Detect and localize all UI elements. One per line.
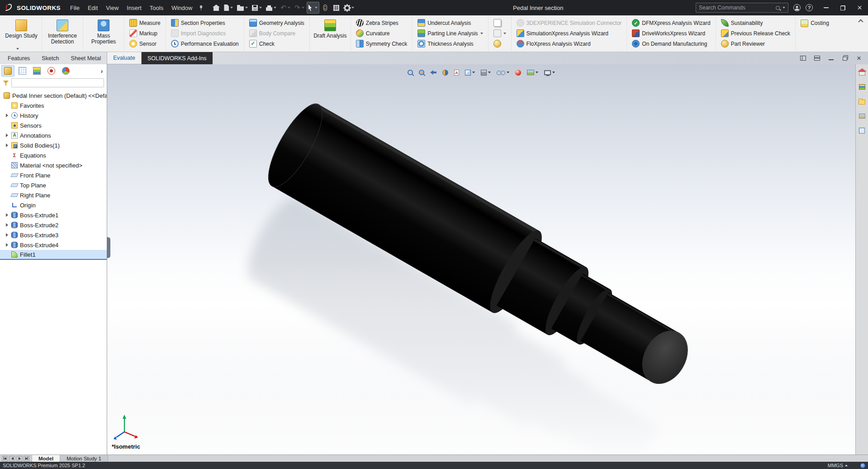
tree-item-history[interactable]: History: [0, 110, 107, 120]
dropdown-arrow-icon[interactable]: [488, 72, 491, 73]
tree-item-favorites[interactable]: Favorites: [0, 100, 107, 110]
menu-tools[interactable]: Tools: [146, 0, 167, 15]
sustainability-button[interactable]: Sustainability: [719, 18, 792, 28]
globe-icon[interactable]: [860, 463, 865, 468]
file-explorer-button[interactable]: [857, 96, 868, 107]
expand-arrow-icon[interactable]: [5, 144, 9, 147]
tree-item-solid-bodies-1[interactable]: Solid Bodies(1): [0, 140, 107, 150]
mass-properties-button[interactable]: Mass Properties: [86, 17, 121, 50]
dimxpert-manager-tab[interactable]: [45, 65, 58, 77]
view-orientation-button[interactable]: [463, 67, 477, 78]
print-button[interactable]: [264, 2, 278, 14]
driveworksxpress-wizard-button[interactable]: DriveWorksXpress Wizard: [630, 28, 712, 38]
property-manager-tab[interactable]: [16, 65, 29, 77]
dropdown-arrow-icon[interactable]: [288, 7, 290, 9]
tree-item-fillet1[interactable]: Fillet1: [0, 250, 107, 260]
floxpress-analysis-wizard-button[interactable]: FloXpress Analysis Wizard: [515, 38, 624, 49]
dropdown-arrow-icon[interactable]: [480, 33, 483, 34]
geometry-analysis-button[interactable]: Geometry Analysis: [247, 18, 306, 28]
tree-filter-input[interactable]: [11, 78, 104, 87]
help-icon[interactable]: [806, 4, 813, 11]
costing-button[interactable]: Costing: [799, 18, 831, 29]
pane-layout-alt-button[interactable]: [813, 55, 821, 62]
search-input[interactable]: [699, 5, 773, 11]
search-dropdown-icon[interactable]: [783, 7, 785, 9]
selection-filter-button[interactable]: [320, 2, 331, 14]
section-properties-button[interactable]: Section Properties: [169, 18, 241, 28]
dfmxpress-analysis-wizard-button[interactable]: DFMXpress Analysis Wizard: [630, 18, 712, 28]
tree-item-top-plane[interactable]: Top Plane: [0, 180, 107, 190]
hide-show-items-button[interactable]: [494, 67, 512, 78]
dropdown-arrow-icon[interactable]: [351, 7, 354, 9]
edit-appearance-button[interactable]: [513, 67, 523, 78]
tab-sheet-metal[interactable]: Sheet Metal: [65, 53, 107, 64]
new-document-button[interactable]: [222, 2, 235, 14]
options-button[interactable]: [342, 2, 356, 14]
zoom-to-area-button[interactable]: [417, 67, 427, 78]
scroll-tabs-right-button[interactable]: [16, 456, 23, 461]
tree-item-right-plane[interactable]: Right Plane: [0, 190, 107, 200]
tab-solidworks-add-ins[interactable]: SOLIDWORKS Add-Ins: [142, 52, 213, 64]
restore-document-button[interactable]: [841, 55, 849, 62]
dynamic-annotation-views-button[interactable]: [452, 67, 461, 78]
design-study-button[interactable]: Design Study: [4, 17, 38, 50]
view-settings-button[interactable]: [542, 67, 557, 78]
previous-view-button[interactable]: [428, 67, 439, 78]
save-button[interactable]: [250, 2, 264, 14]
part-3d-model[interactable]: [107, 64, 855, 455]
previous-release-check-button[interactable]: Previous Release Check: [719, 28, 792, 38]
minimize-document-button[interactable]: [827, 55, 835, 62]
feature-manager-tab[interactable]: [1, 65, 14, 77]
measure-button[interactable]: Measure: [128, 18, 162, 28]
compare-documents-button[interactable]: [492, 18, 508, 28]
group-expander-arrow[interactable]: [16, 48, 19, 50]
expand-arrow-icon[interactable]: [5, 233, 9, 237]
scroll-tabs-start-button[interactable]: [2, 456, 8, 461]
dropdown-arrow-icon[interactable]: [552, 72, 555, 73]
home-button[interactable]: [857, 67, 868, 78]
tree-item-boss-extrude1[interactable]: Boss-Extrude1: [0, 210, 107, 220]
curvature-button[interactable]: Curvature: [354, 28, 409, 38]
section-view-button[interactable]: [440, 67, 451, 78]
display-manager-tab[interactable]: [59, 65, 72, 77]
pin-icon[interactable]: [198, 5, 204, 11]
minimize-button[interactable]: [818, 0, 835, 15]
draft-analysis-button[interactable]: Draft Analysis: [313, 17, 347, 50]
pane-layout-button[interactable]: [799, 55, 806, 62]
view-palette-button[interactable]: [857, 110, 868, 121]
dropdown-arrow-icon[interactable]: [259, 7, 262, 9]
dropdown-arrow-icon[interactable]: [302, 7, 304, 9]
menu-window[interactable]: Window: [167, 0, 196, 15]
dropdown-arrow-icon[interactable]: [315, 7, 318, 9]
menu-view[interactable]: View: [102, 0, 123, 15]
expand-arrow-icon[interactable]: [5, 223, 9, 227]
display-style-button[interactable]: [479, 67, 493, 78]
apply-scene-button[interactable]: [525, 67, 541, 78]
menu-insert[interactable]: Insert: [123, 0, 146, 15]
scroll-tabs-left-button[interactable]: [9, 456, 15, 461]
tree-item-sensors[interactable]: Sensors: [0, 120, 107, 130]
tree-item-boss-extrude2[interactable]: Boss-Extrude2: [0, 220, 107, 230]
dropdown-arrow-icon[interactable]: [230, 7, 233, 9]
tree-item-equations[interactable]: Equations: [0, 150, 107, 160]
account-icon[interactable]: [793, 4, 801, 11]
design-library-button[interactable]: [857, 81, 868, 92]
restore-button[interactable]: [835, 0, 851, 15]
search-icon[interactable]: [776, 6, 780, 10]
undercut-analysis-button[interactable]: Undercut Analysis: [416, 18, 484, 28]
expand-tabs-chevron-icon[interactable]: [98, 67, 105, 75]
tree-item-pedal-inner-section-default-defau[interactable]: Pedal Inner section (Default) <<Defau: [0, 91, 107, 100]
select-button[interactable]: [307, 2, 319, 14]
zebra-stripes-button[interactable]: Zebra Stripes: [354, 18, 409, 28]
menu-edit[interactable]: Edit: [84, 0, 102, 15]
on-demand-manufacturing-button[interactable]: On Demand Manufacturing: [630, 38, 712, 49]
dropdown-arrow-icon[interactable]: [472, 72, 475, 73]
markup-button[interactable]: Markup: [128, 28, 162, 38]
expand-arrow-icon[interactable]: [5, 213, 9, 217]
panel-splitter-handle[interactable]: [107, 237, 110, 258]
home-button[interactable]: [211, 2, 222, 14]
tab-features[interactable]: Features: [2, 53, 36, 64]
performance-evaluation-button[interactable]: Performance Evaluation: [169, 38, 241, 49]
tab-sketch[interactable]: Sketch: [36, 53, 65, 64]
tab-model[interactable]: Model: [32, 455, 60, 462]
